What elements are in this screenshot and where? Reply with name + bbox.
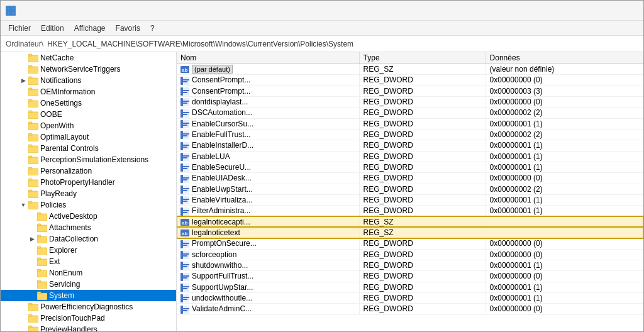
- svg-rect-30: [28, 202, 38, 209]
- table-row[interactable]: SupportUwpStar...REG_DWORD0x00000001 (1): [177, 282, 643, 292]
- tree-item-PowerEfficiency[interactable]: PowerEfficiencyDiagnostics: [1, 301, 176, 313]
- tree-toggle-Notifications[interactable]: ▶: [18, 77, 28, 84]
- col-nom[interactable]: Nom: [177, 52, 359, 64]
- cell-data: 0x00000001 (1): [486, 282, 643, 292]
- col-type[interactable]: Type: [359, 52, 486, 64]
- tree-item-PlayReady[interactable]: PlayReady: [1, 188, 176, 199]
- tree-item-PerceptionSimulation[interactable]: PerceptionSimulationExtensions: [1, 154, 176, 165]
- cell-name: ConsentPrompt...: [177, 75, 359, 86]
- svg-rect-46: [37, 293, 47, 300]
- tree-item-Servicing[interactable]: Servicing: [1, 279, 176, 290]
- table-row[interactable]: undockwithoutle...REG_DWORD0x00000001 (1…: [177, 292, 643, 303]
- table-row[interactable]: FilterAdministra...REG_DWORD0x00000001 (…: [177, 206, 643, 216]
- cell-type: REG_DWORD: [359, 140, 486, 151]
- close-button[interactable]: [609, 1, 638, 21]
- table-row[interactable]: ConsentPrompt...REG_DWORD0x00000003 (3): [177, 86, 643, 96]
- table-row[interactable]: EnableInstallerD...REG_DWORD0x00000001 (…: [177, 140, 643, 151]
- tree-toggle-DataCollection[interactable]: ▶: [27, 236, 37, 242]
- col-donnees[interactable]: Données: [486, 52, 643, 64]
- cell-data: 0x00000001 (1): [486, 140, 643, 151]
- folder-icon-Notifications: [28, 76, 40, 86]
- app-icon: [6, 6, 16, 16]
- svg-rect-69: [180, 87, 183, 96]
- menu-help[interactable]: ?: [145, 21, 160, 36]
- table-row[interactable]: DSCAutomation...REG_DWORD0x00000002 (2): [177, 108, 643, 118]
- table-row[interactable]: scforceoptionREG_DWORD0x00000000 (0): [177, 249, 643, 260]
- cell-name: ablegalnoticetext: [177, 227, 359, 238]
- tree-item-Notifications[interactable]: ▶ Notifications: [1, 75, 176, 86]
- tree-item-NonEnum[interactable]: NonEnum: [1, 267, 176, 279]
- svg-rect-79: [183, 114, 187, 115]
- table-row[interactable]: ablegalnoticetextREG_SZ: [177, 227, 643, 238]
- tree-item-OptimalLayout[interactable]: OptimalLayout: [1, 131, 176, 143]
- svg-rect-37: [37, 235, 41, 237]
- left-pane[interactable]: NetCache NetworkServiceTriggers▶ Notific…: [1, 52, 177, 331]
- svg-rect-53: [28, 326, 32, 328]
- svg-rect-44: [37, 282, 47, 289]
- cell-type: REG_DWORD: [359, 151, 486, 162]
- table-row[interactable]: EnableSecureU...REG_DWORD0x00000001 (1): [177, 162, 643, 172]
- svg-rect-111: [183, 201, 187, 202]
- table-row[interactable]: dontdisplaylast...REG_DWORD0x00000000 (0…: [177, 96, 643, 107]
- tree-toggle-Policies[interactable]: ▼: [18, 202, 28, 208]
- tree-label-DataCollection: DataCollection: [49, 235, 98, 243]
- menu-edition[interactable]: Edition: [36, 21, 69, 36]
- tree-item-DataCollection[interactable]: ▶ DataCollection: [1, 233, 176, 245]
- folder-icon-OOBE: [28, 110, 40, 119]
- tree-item-OneSettings[interactable]: OneSettings: [1, 97, 176, 109]
- tree-item-Personalization[interactable]: Personalization: [1, 165, 176, 177]
- cell-name: ConsentPrompt...: [177, 86, 359, 96]
- table-row[interactable]: PromptOnSecure...REG_DWORD0x00000000 (0): [177, 238, 643, 249]
- svg-rect-115: [183, 212, 187, 213]
- tree-item-ActiveDesktop[interactable]: ActiveDesktop: [1, 211, 176, 222]
- table-row[interactable]: EnableCursorSu...REG_DWORD0x00000001 (1): [177, 118, 643, 129]
- tree-item-NetworkServiceTriggers[interactable]: NetworkServiceTriggers: [1, 64, 176, 75]
- maximize-button[interactable]: [580, 1, 609, 21]
- table-row[interactable]: ablegalnoticecapti...REG_SZ: [177, 216, 643, 227]
- menu-fichier[interactable]: Fichier: [3, 21, 36, 36]
- tree-item-NetCache[interactable]: NetCache: [1, 52, 176, 64]
- cell-type: REG_SZ: [359, 216, 486, 227]
- svg-rect-32: [37, 214, 47, 221]
- table-row[interactable]: ab(par défaut)REG_SZ(valeur non définie): [177, 64, 643, 75]
- tree-label-NetworkServiceTriggers: NetworkServiceTriggers: [40, 65, 121, 74]
- minimize-button[interactable]: [552, 1, 580, 21]
- svg-rect-35: [37, 224, 41, 226]
- tree-label-Notifications: Notifications: [40, 76, 81, 85]
- tree-item-OEMInformation[interactable]: OEMInformation: [1, 86, 176, 97]
- svg-rect-107: [183, 190, 187, 191]
- tree-item-ParentalControls[interactable]: Parental Controls: [1, 143, 176, 154]
- table-row[interactable]: SupportFullTrust...REG_DWORD0x00000000 (…: [177, 271, 643, 282]
- right-pane[interactable]: Nom Type Données ab(par défaut)REG_SZ(va…: [177, 52, 643, 331]
- tree-item-System[interactable]: System: [1, 290, 176, 301]
- tree-item-Policies[interactable]: ▼ Policies: [1, 199, 176, 211]
- cell-type: REG_DWORD: [359, 260, 486, 270]
- menu-affichage[interactable]: Affichage: [69, 21, 111, 36]
- tree-item-Attachments[interactable]: Attachments: [1, 222, 176, 233]
- svg-rect-134: [183, 275, 189, 277]
- cell-name: DSCAutomation...: [177, 108, 359, 118]
- tree-item-PrecisionTouchPad[interactable]: PrecisionTouchPad: [1, 313, 176, 324]
- table-row[interactable]: EnableFullTrust...REG_DWORD0x00000002 (2…: [177, 129, 643, 140]
- table-row[interactable]: EnableUIADesk...REG_DWORD0x00000000 (0): [177, 173, 643, 184]
- table-row[interactable]: ValidateAdminC...REG_DWORD0x00000000 (0): [177, 304, 643, 314]
- folder-icon-NonEnum: [37, 268, 49, 278]
- cell-name: EnableLUA: [177, 151, 359, 162]
- cell-data: 0x00000000 (0): [486, 173, 643, 184]
- table-row[interactable]: EnableUwpStart...REG_DWORD0x00000002 (2): [177, 184, 643, 194]
- svg-rect-9: [28, 77, 32, 79]
- tree-item-Explorer[interactable]: Explorer: [1, 245, 176, 256]
- tree-item-PhotoPropertyHandler[interactable]: PhotoPropertyHandler: [1, 177, 176, 188]
- table-row[interactable]: EnableLUAREG_DWORD0x00000001 (1): [177, 151, 643, 162]
- cell-data: 0x00000001 (1): [486, 206, 643, 216]
- table-row[interactable]: ConsentPrompt...REG_DWORD0x00000000 (0): [177, 75, 643, 86]
- table-row[interactable]: EnableVirtualiza...REG_DWORD0x00000001 (…: [177, 194, 643, 205]
- svg-rect-77: [180, 109, 183, 118]
- tree-item-OOBE[interactable]: OOBE: [1, 109, 176, 120]
- tree-item-Ext[interactable]: Ext: [1, 256, 176, 267]
- svg-rect-131: [183, 266, 187, 267]
- menu-favoris[interactable]: Favoris: [111, 21, 145, 36]
- tree-item-OpenWith[interactable]: OpenWith: [1, 120, 176, 131]
- tree-item-PreviewHandlers[interactable]: PreviewHandlers: [1, 324, 176, 331]
- table-row[interactable]: shutdownwitho...REG_DWORD0x00000001 (1): [177, 260, 643, 270]
